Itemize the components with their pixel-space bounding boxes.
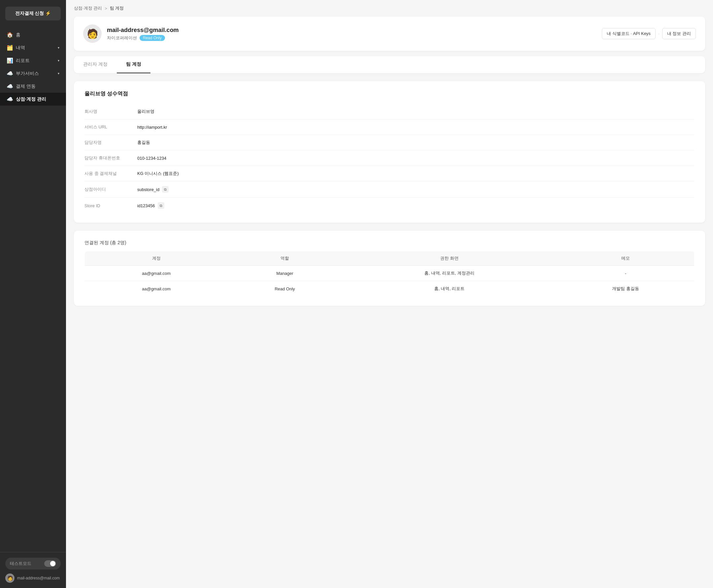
accounts-table-header-row: 계정 역할 권한 화면 메모 [85,251,694,266]
copy-icon-store-id[interactable]: ⧉ [162,186,169,193]
sidebar-item-history[interactable]: 🗂️ 내역 ▾ [0,41,66,54]
profile-left: 🧑 mail-address@gmail.com 차이코퍼레이션 Read On… [83,24,179,43]
payment-connect-icon: ☁️ [6,83,13,89]
sidebar-item-history-label: 내역 [16,45,25,51]
user-email-display: mail-address@mail.com [17,576,60,581]
value-company: 올리브영 [137,109,154,114]
profile-actions: 내 식별코드 · API Keys · 내 정보 관리 [602,28,696,39]
detail-row-store-id: 상점아이디 substore_id ⧉ [84,182,694,198]
tab-admin-account[interactable]: 관리자 계정 [74,56,117,73]
role-badge: Read Only [140,35,165,41]
col-role: 역할 [228,251,341,266]
value-manager-name: 홍길동 [137,140,150,146]
col-account: 계정 [85,251,228,266]
connected-accounts-section: 연결된 계정 (총 2명) 계정 역할 권한 화면 메모 aa@gmail.co… [74,231,705,306]
connected-accounts-title: 연결된 계정 (총 2명) [84,240,694,246]
value-payment-channel: KG 이니시스 (웹표준) [137,171,179,176]
profile-card: 🧑 mail-address@gmail.com 차이코퍼레이션 Read On… [74,17,705,51]
addon-icon: ☁️ [6,70,13,77]
label-service-url: 서비스 URL [84,124,137,130]
breadcrumb: 상점·계정 관리 > 팀 게정 [66,0,713,17]
profile-email: mail-address@gmail.com [107,27,179,34]
divider-dot: · [657,31,661,36]
account-role-2: Read Only [228,281,341,297]
sidebar: 전자결제 신청 ⚡ 🏠 홈 🗂️ 내역 ▾ 📊 리포트 ▾ ☁️ 부가서비스 ▾… [0,0,66,588]
home-icon: 🏠 [6,32,13,38]
tabs-row: 관리자 계정 팀 계정 [74,56,705,73]
test-mode-row: 테스트모드 [5,558,61,569]
accounts-table: 계정 역할 권한 화면 메모 aa@gmail.com Manager 홈, 내… [84,251,694,297]
detail-row-payment-channel: 사용 중 결제채널 KG 이니시스 (웹표준) [84,166,694,182]
sidebar-item-store-account[interactable]: ☁️ 상점·계정 관리 [0,93,66,106]
test-mode-toggle[interactable] [44,560,56,567]
sidebar-item-report-label: 리포트 [16,58,30,64]
label-store-id-en: Store ID [84,203,137,208]
label-company: 회사명 [84,109,137,114]
tabs-card: 관리자 계정 팀 계정 [74,56,705,73]
detail-row-store-id-en: Store ID id123456 ⧉ [84,198,694,213]
content-area: 🧑 mail-address@gmail.com 차이코퍼레이션 Read On… [66,17,713,319]
sidebar-item-report[interactable]: 📊 리포트 ▾ [0,54,66,67]
breadcrumb-separator: > [105,6,107,11]
profile-org-row: 차이코퍼레이션 Read Only [107,35,179,41]
profile-info: mail-address@gmail.com 차이코퍼레이션 Read Only [107,27,179,41]
electronic-payment-button[interactable]: 전자결제 신청 ⚡ [5,6,61,20]
breadcrumb-parent: 상점·계정 관리 [74,5,102,11]
sidebar-item-addon-label: 부가서비스 [16,70,39,77]
account-role-1: Manager [228,266,341,281]
account-memo-2: 개발팀 홍길동 [557,281,694,297]
col-memo: 메모 [557,251,694,266]
accounts-table-head: 계정 역할 권한 화면 메모 [85,251,694,266]
sidebar-item-addon[interactable]: ☁️ 부가서비스 ▾ [0,67,66,80]
sidebar-item-payment-connect-label: 결제 연동 [16,83,36,89]
main-content: 상점·계정 관리 > 팀 게정 🧑 mail-address@gmail.com… [66,0,713,588]
value-store-id-kr: substore_id ⧉ [137,186,169,193]
sidebar-bottom: 테스트모드 🧑 mail-address@mail.com [0,552,66,588]
sidebar-top: 전자결제 신청 ⚡ [0,0,66,26]
store-detail-card: 올리브영 성수역점 회사명 올리브영 서비스 URL http://iampor… [74,81,705,223]
avatar: 🧑 [83,24,102,43]
user-avatar-small: 🧑 [5,573,15,583]
account-memo-1: - [557,266,694,281]
tab-team-account[interactable]: 팀 계정 [117,56,150,73]
account-permissions-2: 홈, 내역, 리포트 [342,281,557,297]
value-service-url: http://iamport.kr [137,125,167,130]
sidebar-nav: 🏠 홈 🗂️ 내역 ▾ 📊 리포트 ▾ ☁️ 부가서비스 ▾ ☁️ 결제 연동 … [0,26,66,552]
test-mode-label: 테스트모드 [10,561,32,567]
detail-row-company: 회사명 올리브영 [84,104,694,120]
detail-row-service-url: 서비스 URL http://iamport.kr [84,120,694,135]
label-store-id-kr: 상점아이디 [84,186,137,192]
sidebar-item-home[interactable]: 🏠 홈 [0,28,66,41]
user-info: 🧑 mail-address@mail.com [5,573,61,583]
copy-icon-store-id-en[interactable]: ⧉ [158,202,164,209]
table-row: aa@gmail.com Read Only 홈, 내역, 리포트 개발팀 홍길… [85,281,694,297]
chevron-down-icon: ▾ [58,46,59,49]
label-manager-name: 담당자명 [84,140,137,146]
account-email-1: aa@gmail.com [85,266,228,281]
account-email-2: aa@gmail.com [85,281,228,297]
chevron-down-icon: ▾ [58,71,59,75]
accounts-table-body: aa@gmail.com Manager 홈, 내역, 리포트, 계정관리 - … [85,266,694,297]
sidebar-item-store-account-label: 상점·계정 관리 [16,96,46,102]
label-phone: 담당자 휴대폰번호 [84,155,137,161]
table-row: aa@gmail.com Manager 홈, 내역, 리포트, 계정관리 - [85,266,694,281]
detail-row-manager-name: 담당자명 홍길동 [84,135,694,150]
label-payment-channel: 사용 중 결제채널 [84,171,137,176]
history-icon: 🗂️ [6,45,13,51]
breadcrumb-current: 팀 게정 [110,5,124,11]
sidebar-item-payment-connect[interactable]: ☁️ 결제 연동 [0,80,66,93]
my-info-button[interactable]: 내 정보 관리 [662,28,696,39]
sidebar-item-home-label: 홈 [16,32,20,38]
account-permissions-1: 홈, 내역, 리포트, 계정관리 [342,266,557,281]
detail-row-phone: 담당자 휴대폰번호 010-1234-1234 [84,150,694,166]
store-detail-title: 올리브영 성수역점 [84,90,694,97]
value-store-id-en: id123456 ⧉ [137,202,164,209]
store-account-icon: ☁️ [6,96,13,102]
secret-code-button[interactable]: 내 식별코드 · API Keys [602,28,656,39]
col-permissions: 권한 화면 [342,251,557,266]
report-icon: 📊 [6,58,13,64]
chevron-down-icon: ▾ [58,59,59,62]
value-phone: 010-1234-1234 [137,156,166,161]
profile-org: 차이코퍼레이션 [107,35,137,41]
